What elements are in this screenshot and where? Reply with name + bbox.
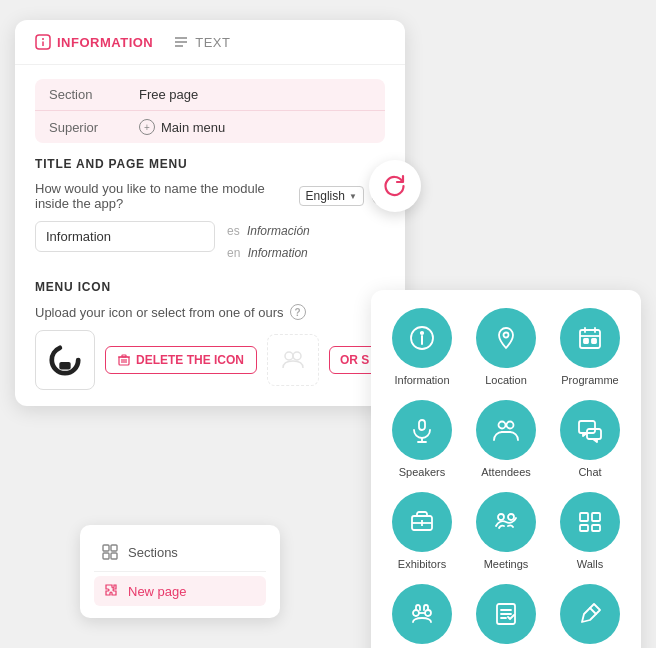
svg-point-21 [421,332,423,334]
speakers-icon-item[interactable]: Speakers [387,400,457,478]
attendees-icon-circle [476,400,536,460]
chat-icon [576,416,604,444]
chat-icon-item[interactable]: Chat [555,400,625,478]
svg-point-41 [508,514,514,520]
svg-rect-30 [419,420,425,430]
info-rows: Section Free page Superior + Main menu [35,79,385,143]
main-card: INFORMATION TEXT Section Free page Super… [15,20,405,406]
svg-point-23 [504,333,509,338]
svg-rect-18 [103,553,109,559]
meetings-icon-circle [476,492,536,552]
svg-rect-29 [592,339,596,343]
svg-rect-17 [111,545,117,551]
votings-icon-item[interactable]: Votings [387,584,457,648]
svg-point-40 [498,514,504,520]
programme-icon-item[interactable]: Programme [555,308,625,386]
information-icon-item[interactable]: Information [387,308,457,386]
svg-rect-24 [580,330,600,348]
translation-en: en Information [227,243,310,265]
exhibitors-icon-item[interactable]: Exhibitors [387,492,457,570]
trash-icon [118,354,130,366]
speakers-icon-circle [392,400,452,460]
svg-rect-13 [122,355,126,357]
walls-icon-item[interactable]: Walls [555,492,625,570]
refresh-button[interactable] [369,160,421,212]
svg-line-52 [590,608,596,614]
upload-help-icon[interactable]: ? [290,304,306,320]
chat-icon-circle [560,400,620,460]
svg-rect-19 [111,553,117,559]
svg-point-14 [285,352,293,360]
card-header: INFORMATION TEXT [15,20,405,65]
votings-icon [408,600,436,628]
svg-rect-45 [592,525,600,531]
meetings-icon-item[interactable]: Meetings [471,492,541,570]
icons-grid-card: Information Location [371,290,641,648]
svg-rect-42 [580,513,588,521]
svg-rect-46 [413,610,419,616]
svg-rect-16 [103,545,109,551]
svg-rect-28 [584,339,588,343]
tab-text[interactable]: TEXT [173,34,230,50]
svg-rect-44 [580,525,588,531]
superior-row: Superior + Main menu [35,111,385,143]
ghost-icon-placeholder [267,334,319,386]
svg-rect-7 [59,362,70,370]
sections-item[interactable]: Sections [94,537,266,567]
translation-container: es Información en Information [35,221,385,264]
bottom-card-divider [94,571,266,572]
location-icon [492,324,520,352]
svg-point-33 [499,422,506,429]
card-body: Section Free page Superior + Main menu T… [15,79,405,406]
refresh-icon [382,173,408,199]
module-name-input[interactable] [35,221,215,252]
attendees-icon-item[interactable]: Attendees [471,400,541,478]
tab-information[interactable]: INFORMATION [35,34,153,50]
surveys-icon-circle [476,584,536,644]
walls-icon [576,508,604,536]
new-page-item[interactable]: New page [94,576,266,606]
information-icon [408,324,436,352]
programme-icon-circle [560,308,620,368]
walls-icon-circle [560,492,620,552]
programme-icon [576,324,604,352]
svg-point-15 [293,352,301,360]
loading-spinner-icon [48,343,82,377]
resources-icon-item[interactable]: Resources [555,584,625,648]
translation-es: es Información [227,221,310,243]
sections-grid-icon [102,544,118,560]
meetings-icon [492,508,520,536]
new-page-puzzle-icon [102,583,118,599]
translation-list: es Información en Information [227,221,310,264]
resources-icon-circle [560,584,620,644]
location-icon-item[interactable]: Location [471,308,541,386]
exhibitors-icon [408,508,436,536]
resources-icon [576,600,604,628]
upload-text: Upload your icon or select from one of o… [35,304,385,320]
exhibitors-icon-circle [392,492,452,552]
surveys-icon [492,600,520,628]
bottom-card: Sections New page [80,525,280,618]
language-select[interactable]: English [299,186,364,206]
svg-point-34 [507,422,514,429]
speakers-icon [408,416,436,444]
info-tab-icon [35,34,51,50]
svg-rect-43 [592,513,600,521]
votings-icon-circle [392,584,452,644]
location-icon-circle [476,308,536,368]
section-title-label: TITLE AND PAGE MENU [35,157,385,171]
icon-upload-row: DELETE THE ICON OR S [35,330,385,390]
svg-rect-47 [425,610,431,616]
module-name-question: How would you like to name the module in… [35,181,385,211]
information-icon-circle [392,308,452,368]
icons-grid: Information Location [387,308,625,648]
svg-rect-36 [587,429,601,439]
icon-preview [35,330,95,390]
menu-icon-section: MENU ICON Upload your icon or select fro… [35,280,385,390]
surveys-icon-item[interactable]: Surveys [471,584,541,648]
svg-point-1 [42,38,44,40]
delete-icon-button[interactable]: DELETE THE ICON [105,346,257,374]
attendees-icon [492,416,520,444]
text-tab-icon [173,34,189,50]
circle-plus-icon: + [139,119,155,135]
